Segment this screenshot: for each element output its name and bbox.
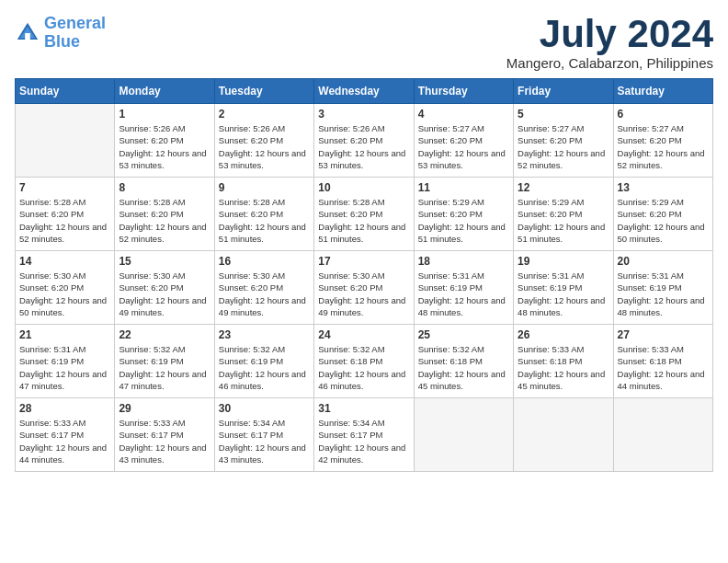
calendar-cell: 16Sunrise: 5:30 AMSunset: 6:20 PMDayligh… (214, 251, 313, 325)
day-info: Sunrise: 5:32 AMSunset: 6:18 PMDaylight:… (418, 343, 509, 392)
day-info: Sunrise: 5:33 AMSunset: 6:17 PMDaylight:… (19, 417, 110, 465)
day-number: 11 (418, 181, 509, 194)
calendar-cell: 17Sunrise: 5:30 AMSunset: 6:20 PMDayligh… (314, 251, 414, 325)
day-info: Sunrise: 5:30 AMSunset: 6:20 PMDaylight:… (119, 270, 210, 318)
calendar-cell: 23Sunrise: 5:32 AMSunset: 6:19 PMDayligh… (214, 325, 313, 398)
calendar-week-row: 1Sunrise: 5:26 AMSunset: 6:20 PMDaylight… (16, 104, 713, 178)
day-info: Sunrise: 5:28 AMSunset: 6:20 PMDaylight:… (318, 196, 409, 245)
day-number: 1 (119, 108, 210, 121)
day-number: 14 (19, 255, 110, 268)
calendar-cell: 1Sunrise: 5:26 AMSunset: 6:20 PMDaylight… (115, 104, 214, 178)
calendar-cell: 30Sunrise: 5:34 AMSunset: 6:17 PMDayligh… (214, 398, 313, 472)
day-number: 4 (418, 108, 509, 121)
day-number: 21 (19, 328, 110, 341)
day-info: Sunrise: 5:27 AMSunset: 6:20 PMDaylight:… (418, 122, 509, 171)
day-number: 20 (618, 255, 709, 268)
calendar-cell: 25Sunrise: 5:32 AMSunset: 6:18 PMDayligh… (414, 325, 513, 398)
day-of-week-header: Saturday (613, 79, 712, 104)
day-number: 2 (219, 108, 310, 121)
calendar-week-row: 21Sunrise: 5:31 AMSunset: 6:19 PMDayligh… (16, 325, 713, 398)
calendar-cell (514, 398, 613, 472)
day-number: 9 (219, 181, 310, 194)
day-info: Sunrise: 5:32 AMSunset: 6:19 PMDaylight:… (219, 343, 310, 392)
day-info: Sunrise: 5:34 AMSunset: 6:17 PMDaylight:… (318, 417, 409, 465)
day-number: 8 (119, 181, 210, 194)
day-info: Sunrise: 5:27 AMSunset: 6:20 PMDaylight:… (618, 122, 709, 171)
day-info: Sunrise: 5:32 AMSunset: 6:19 PMDaylight:… (119, 343, 210, 392)
day-of-week-header: Monday (115, 79, 214, 104)
day-number: 5 (518, 108, 609, 121)
day-info: Sunrise: 5:29 AMSunset: 6:20 PMDaylight:… (618, 196, 709, 245)
day-info: Sunrise: 5:31 AMSunset: 6:19 PMDaylight:… (518, 270, 609, 318)
calendar-cell (16, 104, 115, 178)
day-number: 15 (119, 255, 210, 268)
calendar-cell: 10Sunrise: 5:28 AMSunset: 6:20 PMDayligh… (314, 178, 414, 251)
calendar-cell (414, 398, 513, 472)
calendar-cell: 20Sunrise: 5:31 AMSunset: 6:19 PMDayligh… (613, 251, 712, 325)
calendar-cell: 13Sunrise: 5:29 AMSunset: 6:20 PMDayligh… (613, 178, 712, 251)
day-info: Sunrise: 5:34 AMSunset: 6:17 PMDaylight:… (219, 417, 310, 465)
calendar-cell: 29Sunrise: 5:33 AMSunset: 6:17 PMDayligh… (115, 398, 214, 472)
day-number: 31 (318, 402, 409, 415)
day-info: Sunrise: 5:30 AMSunset: 6:20 PMDaylight:… (219, 270, 310, 318)
day-info: Sunrise: 5:28 AMSunset: 6:20 PMDaylight:… (119, 196, 210, 245)
day-info: Sunrise: 5:29 AMSunset: 6:20 PMDaylight:… (518, 196, 609, 245)
day-number: 10 (318, 181, 409, 194)
calendar-cell: 3Sunrise: 5:26 AMSunset: 6:20 PMDaylight… (314, 104, 414, 178)
logo-text: General Blue (44, 15, 106, 52)
month-title: July 2024 (506, 15, 713, 53)
day-number: 3 (318, 108, 409, 121)
day-info: Sunrise: 5:33 AMSunset: 6:17 PMDaylight:… (119, 417, 210, 465)
day-number: 22 (119, 328, 210, 341)
day-info: Sunrise: 5:31 AMSunset: 6:19 PMDaylight:… (19, 343, 110, 392)
day-number: 25 (418, 328, 509, 341)
day-number: 7 (19, 181, 110, 194)
calendar-cell (613, 398, 712, 472)
day-info: Sunrise: 5:30 AMSunset: 6:20 PMDaylight:… (318, 270, 409, 318)
calendar-week-row: 14Sunrise: 5:30 AMSunset: 6:20 PMDayligh… (16, 251, 713, 325)
calendar-cell: 31Sunrise: 5:34 AMSunset: 6:17 PMDayligh… (314, 398, 414, 472)
calendar-cell: 21Sunrise: 5:31 AMSunset: 6:19 PMDayligh… (16, 325, 115, 398)
calendar-table: SundayMondayTuesdayWednesdayThursdayFrid… (15, 78, 713, 472)
day-of-week-header: Friday (514, 79, 613, 104)
day-number: 18 (418, 255, 509, 268)
calendar-cell: 2Sunrise: 5:26 AMSunset: 6:20 PMDaylight… (214, 104, 313, 178)
calendar-week-row: 7Sunrise: 5:28 AMSunset: 6:20 PMDaylight… (16, 178, 713, 251)
calendar-cell: 18Sunrise: 5:31 AMSunset: 6:19 PMDayligh… (414, 251, 513, 325)
day-info: Sunrise: 5:27 AMSunset: 6:20 PMDaylight:… (518, 122, 609, 171)
calendar-cell: 19Sunrise: 5:31 AMSunset: 6:19 PMDayligh… (514, 251, 613, 325)
calendar-cell: 7Sunrise: 5:28 AMSunset: 6:20 PMDaylight… (16, 178, 115, 251)
title-block: July 2024 Mangero, Calabarzon, Philippin… (506, 15, 713, 71)
day-of-week-header: Sunday (16, 79, 115, 104)
day-info: Sunrise: 5:32 AMSunset: 6:18 PMDaylight:… (318, 343, 409, 392)
day-info: Sunrise: 5:26 AMSunset: 6:20 PMDaylight:… (318, 122, 409, 171)
calendar-cell: 4Sunrise: 5:27 AMSunset: 6:20 PMDaylight… (414, 104, 513, 178)
day-number: 23 (219, 328, 310, 341)
day-number: 26 (518, 328, 609, 341)
day-info: Sunrise: 5:28 AMSunset: 6:20 PMDaylight:… (19, 196, 110, 245)
calendar-cell: 24Sunrise: 5:32 AMSunset: 6:18 PMDayligh… (314, 325, 414, 398)
calendar-cell: 9Sunrise: 5:28 AMSunset: 6:20 PMDaylight… (214, 178, 313, 251)
calendar-cell: 6Sunrise: 5:27 AMSunset: 6:20 PMDaylight… (613, 104, 712, 178)
day-of-week-header: Thursday (414, 79, 513, 104)
page-header: General Blue July 2024 Mangero, Calabarz… (15, 15, 713, 71)
calendar-cell: 15Sunrise: 5:30 AMSunset: 6:20 PMDayligh… (115, 251, 214, 325)
day-number: 24 (318, 328, 409, 341)
calendar-cell: 22Sunrise: 5:32 AMSunset: 6:19 PMDayligh… (115, 325, 214, 398)
calendar-header-row: SundayMondayTuesdayWednesdayThursdayFrid… (16, 79, 713, 104)
day-number: 19 (518, 255, 609, 268)
day-of-week-header: Wednesday (314, 79, 414, 104)
calendar-cell: 27Sunrise: 5:33 AMSunset: 6:18 PMDayligh… (613, 325, 712, 398)
day-number: 29 (119, 402, 210, 415)
location: Mangero, Calabarzon, Philippines (506, 55, 713, 71)
day-number: 13 (618, 181, 709, 194)
day-number: 6 (618, 108, 709, 121)
calendar-week-row: 28Sunrise: 5:33 AMSunset: 6:17 PMDayligh… (16, 398, 713, 472)
calendar-cell: 11Sunrise: 5:29 AMSunset: 6:20 PMDayligh… (414, 178, 513, 251)
logo: General Blue (15, 15, 106, 52)
day-number: 30 (219, 402, 310, 415)
calendar-cell: 14Sunrise: 5:30 AMSunset: 6:20 PMDayligh… (16, 251, 115, 325)
day-number: 28 (19, 402, 110, 415)
day-info: Sunrise: 5:26 AMSunset: 6:20 PMDaylight:… (119, 122, 210, 171)
day-info: Sunrise: 5:31 AMSunset: 6:19 PMDaylight:… (418, 270, 509, 318)
